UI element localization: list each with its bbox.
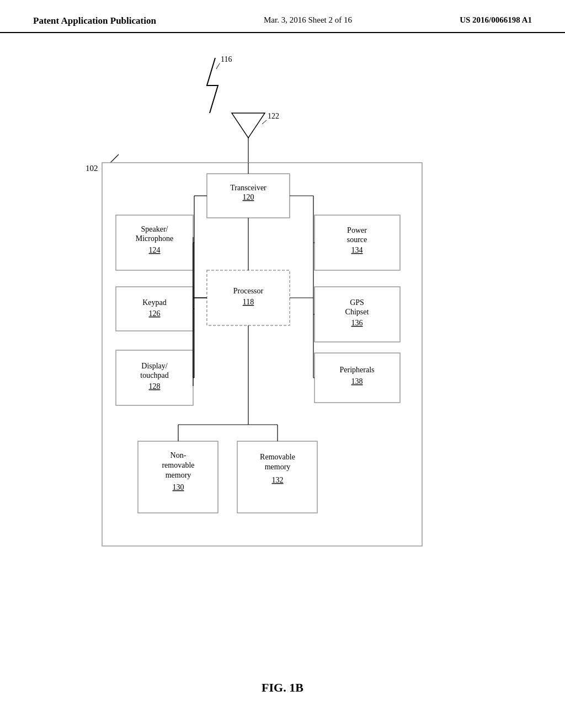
svg-rect-44 — [237, 441, 317, 513]
page-header: Patent Application Publication Mar. 3, 2… — [0, 0, 565, 33]
svg-line-4 — [216, 63, 220, 69]
svg-rect-21 — [116, 350, 193, 405]
svg-rect-39 — [138, 441, 218, 513]
svg-text:Keypad: Keypad — [142, 298, 167, 307]
svg-text:GPS: GPS — [350, 298, 364, 307]
svg-line-62 — [194, 243, 207, 298]
svg-rect-10 — [207, 174, 290, 218]
svg-text:124: 124 — [149, 246, 161, 254]
sheet-info: Mar. 3, 2016 Sheet 2 of 16 — [264, 15, 352, 25]
svg-text:Processor: Processor — [233, 287, 264, 295]
svg-text:source: source — [347, 235, 367, 244]
svg-line-55 — [193, 243, 207, 298]
svg-text:Speaker/: Speaker/ — [141, 225, 168, 233]
svg-text:Transceiver: Transceiver — [230, 184, 266, 192]
svg-rect-18 — [116, 287, 193, 331]
svg-text:130: 130 — [173, 483, 184, 491]
svg-text:138: 138 — [351, 377, 363, 386]
svg-rect-14 — [116, 215, 193, 270]
svg-text:Chipset: Chipset — [345, 308, 369, 316]
svg-text:118: 118 — [243, 298, 254, 306]
svg-text:Power: Power — [347, 226, 367, 234]
svg-text:Display/: Display/ — [141, 362, 168, 370]
patent-number: US 2016/0066198 A1 — [460, 15, 532, 25]
svg-text:Removable: Removable — [260, 453, 295, 461]
svg-marker-5 — [232, 113, 265, 138]
publication-title: Patent Application Publication — [33, 15, 156, 26]
svg-line-1 — [102, 163, 110, 170]
svg-rect-28 — [315, 215, 400, 270]
svg-text:122: 122 — [268, 112, 279, 120]
svg-text:102: 102 — [86, 164, 98, 173]
svg-text:136: 136 — [351, 319, 363, 327]
svg-text:touchpad: touchpad — [140, 371, 168, 379]
svg-rect-25 — [207, 270, 290, 325]
svg-text:Microphone: Microphone — [136, 234, 173, 243]
svg-rect-36 — [315, 353, 400, 403]
svg-text:132: 132 — [272, 476, 284, 484]
svg-text:Peripherals: Peripherals — [340, 366, 375, 374]
svg-text:memory: memory — [166, 471, 191, 479]
diagram-svg: 102 116 122 Transceiver 120 Speaker/ Mic… — [0, 0, 565, 728]
svg-text:134: 134 — [351, 246, 363, 254]
figure-label: FIG. 1B — [262, 681, 303, 695]
svg-text:126: 126 — [149, 309, 161, 318]
svg-text:memory: memory — [265, 463, 291, 471]
svg-rect-9 — [102, 163, 422, 546]
svg-line-2 — [110, 154, 119, 163]
svg-rect-32 — [315, 287, 400, 342]
svg-text:116: 116 — [221, 55, 232, 63]
svg-text:128: 128 — [149, 382, 161, 390]
svg-text:Non-: Non- — [170, 451, 186, 459]
svg-text:removable: removable — [162, 461, 194, 469]
svg-text:120: 120 — [243, 193, 254, 201]
svg-line-8 — [262, 120, 266, 124]
